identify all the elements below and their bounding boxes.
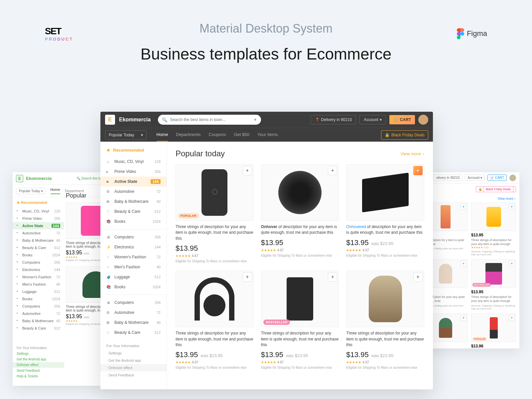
product-card[interactable]: POPULAR+Three strings of description for…	[176, 164, 254, 263]
search-input[interactable]	[158, 115, 261, 125]
sidebar-item[interactable]: 🖥Computers256	[100, 298, 167, 308]
add-button[interactable]: +	[509, 204, 515, 210]
add-button[interactable]: +	[509, 261, 515, 267]
sidebar-item[interactable]: •Active State144	[13, 222, 64, 229]
sidebar-item[interactable]: ♡Beauty & Care512	[100, 206, 167, 216]
account-dropdown[interactable]: Account ▾	[465, 175, 485, 181]
product-price: $13.95	[346, 238, 368, 247]
category-icon: ✿	[106, 200, 112, 204]
product-rating: ★★★★★4.87	[261, 248, 339, 252]
product-rating: ★★★★★4.87	[346, 248, 424, 252]
sidebar-item[interactable]: •Beauty & Care512	[13, 244, 64, 251]
add-button[interactable]: +	[509, 315, 515, 321]
sidebar-item[interactable]: 🖥Computers256	[100, 232, 167, 242]
sidebar-item[interactable]: ⚡Electronics144	[100, 242, 167, 252]
nav-tab[interactable]: Home	[157, 128, 168, 142]
sidebar-item[interactable]: •Computers256	[13, 259, 64, 266]
popular-dropdown[interactable]: Popular Today ▾	[16, 188, 46, 194]
deals-button[interactable]: 🔒 Black Friday Deals	[476, 186, 516, 192]
sidebar-item[interactable]: •Luggage512	[13, 288, 64, 295]
footer-link[interactable]: Send Feedback	[17, 368, 60, 373]
product-description: Three strings of description for your an…	[346, 331, 424, 348]
view-more-link[interactable]: View more ›	[420, 195, 519, 202]
sidebar-item[interactable]: •Books1024	[13, 251, 64, 259]
sidebar-item[interactable]: ♫Music, CD, Vinyl128	[100, 157, 167, 167]
sidebar-item[interactable]: 📚Books1024	[100, 282, 167, 292]
sidebar-item[interactable]: •Baby & Mothercare40	[13, 237, 64, 244]
nav-tab[interactable]: Get $50	[234, 128, 249, 142]
sidebar-item[interactable]: •Music, CD, Vinyl128	[13, 207, 64, 215]
sidebar-item[interactable]: •Electronics144	[13, 266, 64, 273]
add-button[interactable]: +	[413, 166, 423, 175]
footer-link[interactable]: · Send Feedback	[106, 371, 161, 379]
sidebar-item[interactable]: ⚙Automotive72	[100, 308, 167, 318]
sidebar-item[interactable]: ♡Beauty & Care512	[100, 328, 167, 337]
sidebar-item[interactable]: ▸Prime Video256	[100, 167, 167, 177]
footer-link[interactable]: · Settings	[106, 349, 161, 357]
footer-link[interactable]: Help & Tickets	[17, 373, 60, 379]
popular-dropdown[interactable]: Popular Today▾	[105, 130, 147, 140]
sidebar-item[interactable]: •Automotive72	[13, 229, 64, 237]
sidebar-item[interactable]: ♀Women's Fashion72	[100, 252, 167, 262]
sidebar-item[interactable]: ♂Men's Fashion40	[100, 262, 167, 272]
setproduct-logo: SET PRODUCT	[45, 26, 73, 42]
cart-button[interactable]: 🛒CART	[389, 115, 415, 124]
add-button[interactable]: +	[461, 261, 466, 267]
account-dropdown[interactable]: Account▾	[359, 115, 386, 124]
add-button[interactable]: +	[461, 204, 466, 210]
category-icon: ⚙	[106, 190, 112, 194]
sidebar-item[interactable]: ✿Baby & Mothercare40	[100, 318, 167, 328]
sidebar-item[interactable]: •Books1024	[13, 295, 64, 303]
add-button[interactable]: +	[243, 166, 252, 175]
figma-logo: Figma	[457, 28, 487, 39]
category-icon: 🧳	[106, 275, 112, 279]
footer-link[interactable]: Settings	[17, 351, 60, 356]
add-button[interactable]: +	[243, 272, 252, 282]
category-icon: ✿	[106, 321, 112, 325]
product-card[interactable]: BESTSELLER+Three strings of description …	[261, 271, 339, 370]
sidebar-item[interactable]: ✿Baby & Mothercare40	[100, 197, 167, 206]
add-button[interactable]: +	[328, 272, 337, 282]
deals-button[interactable]: 🔒Black Friday Deals	[381, 130, 428, 140]
sidebar-item[interactable]: •Baby & Mothercare40	[13, 317, 64, 325]
add-button[interactable]: +	[328, 166, 337, 175]
app-preview-main: E Ekommercia 🔍 ▼ 📍Delivery in 90210 Acco…	[100, 112, 433, 389]
delivery-button[interactable]: 📍Delivery in 90210	[311, 115, 356, 124]
sidebar-heading: ★Recommended	[100, 148, 167, 157]
sidebar-item[interactable]: •Men's Fashion40	[13, 281, 64, 288]
tab-home[interactable]: Home	[51, 188, 60, 194]
sidebar-item[interactable]: •Women's Fashion72	[13, 273, 64, 281]
product-card[interactable]: +Onhovered of description for your any i…	[346, 164, 424, 263]
filter-icon[interactable]: ▼	[253, 118, 257, 122]
sidebar-item[interactable]: •Beauty & Care512	[13, 325, 64, 332]
avatar[interactable]	[418, 115, 428, 125]
sidebar-heading: ★ Recommended	[13, 200, 64, 207]
product-card[interactable]: +Onhover of description for your any ite…	[261, 164, 339, 263]
shipping-info: Eligible for Shipping To Mars or somewhe…	[346, 365, 424, 370]
sidebar-item[interactable]: 📚Books1024	[100, 216, 167, 226]
sidebar-item[interactable]: •Computers256	[13, 303, 64, 310]
sidebar-item[interactable]: 🧳Luggage512	[100, 272, 167, 282]
footer-link[interactable]: Onhover effect	[13, 362, 64, 368]
nav-tab[interactable]: Your Items	[257, 128, 278, 142]
product-price: $13.95	[176, 244, 198, 253]
sidebar-item[interactable]: ⚙Automotive72	[100, 187, 167, 197]
view-more-link[interactable]: View more›	[400, 151, 424, 156]
sidebar-item[interactable]: •Prime Video256	[13, 215, 64, 222]
add-button[interactable]: +	[413, 272, 423, 282]
avatar[interactable]	[509, 175, 516, 181]
footer-link[interactable]: Get the Android app	[17, 356, 60, 362]
page-subtitle: Material Desktop System	[0, 22, 532, 36]
footer-link[interactable]: · Onhover effect	[100, 364, 167, 371]
nav-tab[interactable]: Departments	[176, 128, 200, 142]
footer-link[interactable]: · Get the Android app	[106, 357, 161, 364]
cart-button[interactable]: 🛒 CART	[487, 175, 507, 181]
sidebar-item[interactable]: ■Active State144	[100, 177, 167, 187]
delivery-button[interactable]: elivery in 90210	[434, 175, 462, 181]
add-button[interactable]: +	[461, 315, 466, 321]
product-card[interactable]: +Three strings of description for your a…	[176, 271, 254, 370]
sidebar-item[interactable]: •Automotive72	[13, 310, 64, 317]
nav-tab[interactable]: Coupons	[209, 128, 226, 142]
category-icon: ♂	[106, 265, 112, 269]
product-card[interactable]: +Three strings of description for your a…	[346, 271, 424, 370]
